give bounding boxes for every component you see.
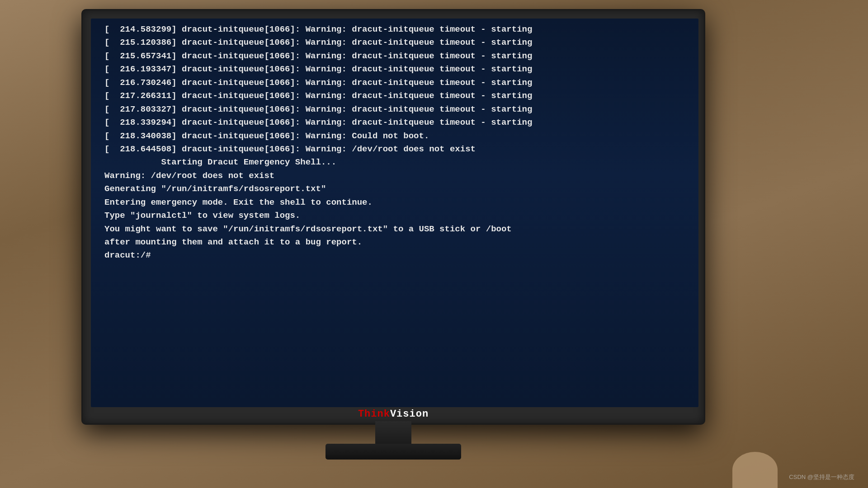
terminal-line-18: Type "journalctl" to view system logs. [104, 209, 685, 222]
terminal-line-1: [ 214.583299] dracut-initqueue[1066]: Wa… [104, 23, 685, 36]
terminal-output: [ 214.583299] dracut-initqueue[1066]: Wa… [104, 23, 685, 263]
thinkvision-logo: ThinkVision [358, 408, 429, 420]
terminal-line-8: [ 218.339294] dracut-initqueue[1066]: Wa… [104, 116, 685, 129]
monitor-stand-base [326, 444, 461, 460]
terminal-line-20: after mounting them and attach it to a b… [104, 236, 685, 249]
terminal-line-9: [ 218.340038] dracut-initqueue[1066]: Wa… [104, 130, 685, 143]
terminal-line-3: [ 215.657341] dracut-initqueue[1066]: Wa… [104, 50, 685, 63]
terminal-line-23: dracut:/# [104, 249, 685, 262]
terminal-line-17: Entering emergency mode. Exit the shell … [104, 196, 685, 209]
terminal-line-11: Starting Dracut Emergency Shell... [104, 156, 685, 169]
terminal-line-2: [ 215.120386] dracut-initqueue[1066]: Wa… [104, 36, 685, 49]
terminal-line-4: [ 216.193347] dracut-initqueue[1066]: Wa… [104, 63, 685, 76]
watermark: CSDN @坚持是一种态度 [789, 473, 854, 481]
terminal-line-19: You might want to save "/run/initramfs/r… [104, 223, 685, 236]
terminal-window[interactable]: [ 214.583299] dracut-initqueue[1066]: Wa… [91, 19, 698, 407]
terminal-line-10: [ 218.644508] dracut-initqueue[1066]: Wa… [104, 143, 685, 156]
monitor-body: [ 214.583299] dracut-initqueue[1066]: Wa… [81, 9, 705, 425]
monitor-screen: [ 214.583299] dracut-initqueue[1066]: Wa… [91, 19, 698, 407]
terminal-line-6: [ 217.266311] dracut-initqueue[1066]: Wa… [104, 89, 685, 103]
terminal-line-7: [ 217.803327] dracut-initqueue[1066]: Wa… [104, 103, 685, 116]
monitor-bottom-bar: ThinkVision [83, 408, 704, 420]
terminal-line-14: Generating "/run/initramfs/rdsosreport.t… [104, 183, 685, 196]
think-text: Think [358, 408, 390, 420]
vision-text: Vision [390, 408, 429, 420]
terminal-line-5: [ 216.730246] dracut-initqueue[1066]: Wa… [104, 76, 685, 89]
terminal-line-12: Warning: /dev/root does not exist [104, 169, 685, 183]
monitor-stand-neck [375, 421, 411, 446]
finger-decoration [732, 452, 778, 488]
